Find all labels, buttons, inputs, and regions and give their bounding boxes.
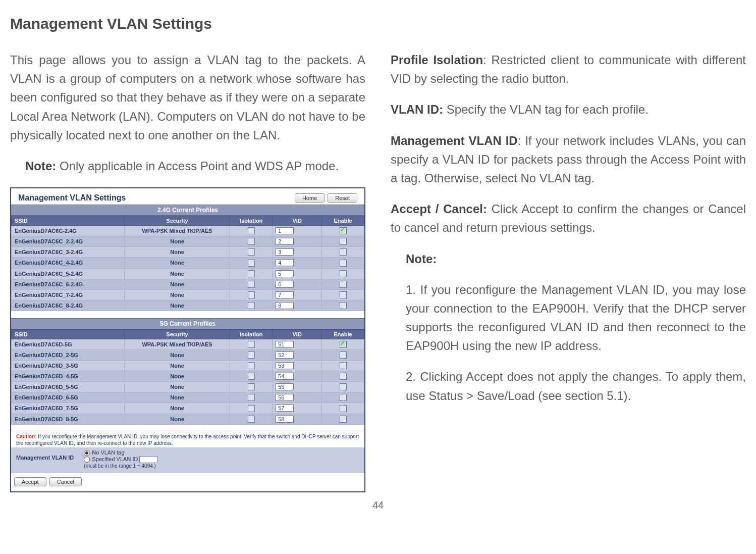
cell-vid[interactable]: 2 [273,236,322,247]
radio-specified-vlan[interactable]: Specified VLAN ID [84,456,157,463]
cell-security: None [124,382,230,392]
cell-security: None [124,300,230,311]
cell-enable[interactable] [322,236,364,247]
vid-input[interactable]: 6 [276,281,294,288]
cell-security: None [124,361,230,371]
cell-enable[interactable] [322,226,364,236]
cell-vid[interactable]: 3 [273,247,322,258]
cell-ssid: EnGeniusD7AC6D_6-5G [12,392,125,403]
cell-vid[interactable]: 5 [273,268,322,279]
cell-vid[interactable]: 58 [273,414,322,424]
reset-button[interactable]: Reset [328,193,357,203]
cell-vid[interactable]: 6 [273,279,322,289]
cell-enable[interactable] [322,339,364,349]
cell-enable[interactable] [322,300,364,311]
cell-security: None [124,414,230,424]
cell-vid[interactable]: 55 [273,382,322,392]
col-ssid: SSID [12,329,125,339]
mgmt-vlan-id-label: Management VLAN ID [16,449,74,461]
checkbox-icon [340,227,347,234]
cell-isolation[interactable] [230,258,273,268]
vid-input[interactable]: 1 [276,227,294,234]
vid-input[interactable]: 5 [276,270,294,277]
radio-no-vlan-tag[interactable]: No VLAN tag [84,449,157,456]
cell-ssid: EnGeniusD7AC6D_4-5G [12,371,125,382]
cell-vid[interactable]: 54 [273,371,322,382]
vid-input[interactable]: 53 [276,362,294,369]
cell-isolation[interactable] [230,361,273,371]
cell-enable[interactable] [322,371,364,382]
cell-vid[interactable]: 8 [273,300,322,311]
cell-isolation[interactable] [230,226,273,236]
vid-input[interactable]: 3 [276,248,294,256]
cell-isolation[interactable] [230,414,273,424]
cell-isolation[interactable] [230,236,273,247]
cell-ssid: EnGeniusD7AC6D_5-5G [12,382,125,392]
cell-enable[interactable] [322,268,364,279]
col-security: Security [124,216,230,226]
cell-isolation[interactable] [230,268,273,279]
vid-input[interactable]: 55 [276,383,294,390]
cell-isolation[interactable] [230,371,273,382]
cell-vid[interactable]: 53 [273,361,322,371]
cancel-button[interactable]: Cancel [49,477,82,486]
cell-isolation[interactable] [230,289,273,300]
vid-input[interactable]: 58 [276,416,294,423]
vid-input[interactable]: 8 [276,302,294,309]
home-button[interactable]: Home [295,193,325,203]
table-row: EnGeniusD7AC6C_4-2.4GNone4 [12,258,364,268]
checkbox-icon [340,238,347,245]
cell-isolation[interactable] [230,247,273,258]
cell-isolation[interactable] [230,349,273,360]
vid-input[interactable]: 54 [276,373,294,380]
cell-enable[interactable] [322,414,364,424]
cell-vid[interactable]: 52 [273,349,322,360]
vid-input[interactable]: 2 [276,238,294,245]
cell-enable[interactable] [322,361,364,371]
cell-enable[interactable] [322,403,364,414]
cell-vid[interactable]: 7 [273,289,322,300]
cell-isolation[interactable] [230,279,273,289]
checkbox-icon [340,394,347,401]
cell-ssid: EnGeniusD7AC6C_6-2.4G [12,279,125,289]
cell-vid[interactable]: 4 [273,258,322,268]
table-row: EnGeniusD7AC6D_3-5GNone53 [12,361,364,371]
cell-isolation[interactable] [230,403,273,414]
profiles-24-table: SSID Security Isolation VID Enable EnGen… [11,216,364,311]
vid-input[interactable]: 7 [276,291,294,298]
checkbox-icon [248,383,255,390]
vid-input[interactable]: 52 [276,351,294,359]
checkbox-icon [340,281,347,288]
cell-ssid: EnGeniusD7AC6D_2-5G [12,349,125,360]
accept-cancel-para: Accept / Cancel: Click Accept to confirm… [391,199,746,237]
vid-input[interactable]: 57 [276,405,294,412]
cell-enable[interactable] [322,289,364,300]
cell-isolation[interactable] [230,382,273,392]
band-5-header: 5G Current Profiles [11,318,364,329]
vid-input[interactable]: 51 [276,341,294,348]
cell-isolation[interactable] [230,392,273,403]
cell-enable[interactable] [322,392,364,403]
table-row: EnGeniusD7AC6D_8-5GNone58 [12,414,364,424]
cell-vid[interactable]: 1 [273,226,322,236]
cell-isolation[interactable] [230,339,273,349]
specified-vlan-input[interactable] [139,456,157,463]
accept-button[interactable]: Accept [14,477,46,486]
cell-enable[interactable] [322,247,364,258]
cell-vid[interactable]: 56 [273,392,322,403]
checkbox-icon [248,341,255,348]
cell-enable[interactable] [322,279,364,289]
cell-enable[interactable] [322,382,364,392]
cell-security: None [124,371,230,382]
cell-vid[interactable]: 51 [273,339,322,349]
cell-vid[interactable]: 57 [273,403,322,414]
checkbox-icon [340,362,347,369]
radio-icon [84,457,90,463]
cell-security: None [124,392,230,403]
cell-enable[interactable] [322,258,364,268]
vid-input[interactable]: 4 [276,259,294,266]
cell-isolation[interactable] [230,300,273,311]
table-row: EnGeniusD7AC6C-2.4GWPA-PSK Mixed TKIP/AE… [12,226,364,236]
cell-enable[interactable] [322,349,364,360]
vid-input[interactable]: 56 [276,394,294,401]
